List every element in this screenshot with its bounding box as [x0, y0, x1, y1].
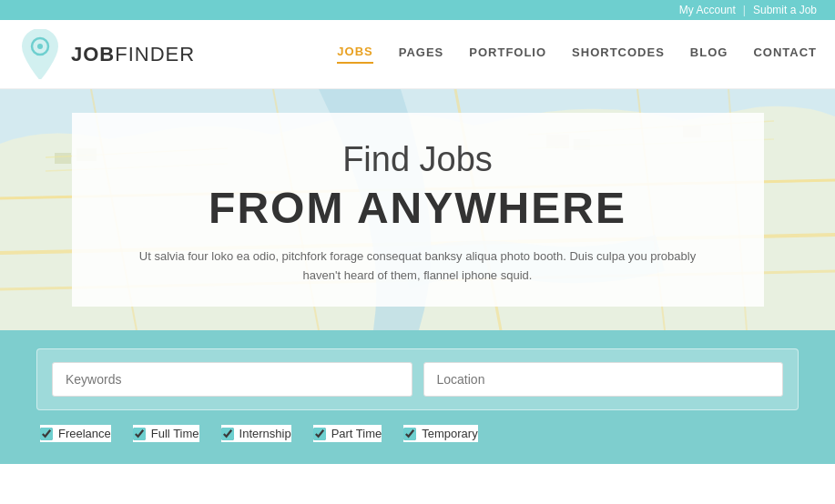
- filter-temporary-label: Temporary: [422, 427, 477, 440]
- nav-jobs[interactable]: JOBS: [337, 45, 372, 64]
- my-account-link[interactable]: My Account: [679, 4, 736, 16]
- filter-internship[interactable]: Internship: [221, 425, 291, 442]
- hero-card: Find Jobs FROM ANYWHERE Ut salvia four l…: [72, 113, 764, 307]
- top-bar: My Account | Submit a Job: [0, 0, 835, 20]
- hero-subtitle: Find Jobs: [127, 140, 709, 179]
- filter-freelance[interactable]: Freelance: [40, 425, 111, 442]
- main-nav: JOBS PAGES PORTFOLIO SHORTCODES BLOG CON…: [337, 45, 817, 64]
- checkbox-freelance[interactable]: [40, 428, 53, 440]
- submit-job-link[interactable]: Submit a Job: [753, 4, 817, 16]
- nav-blog[interactable]: BLOG: [690, 45, 728, 63]
- filter-fulltime-label: Full Time: [151, 427, 199, 440]
- hero-title: FROM ANYWHERE: [127, 183, 709, 233]
- checkbox-fulltime[interactable]: [133, 428, 146, 440]
- logo: JOBFINDER: [18, 29, 195, 79]
- filter-parttime[interactable]: Part Time: [313, 425, 382, 442]
- logo-icon: [18, 29, 62, 79]
- nav-portfolio[interactable]: PORTFOLIO: [469, 45, 546, 63]
- nav-shortcodes[interactable]: SHORTCODES: [572, 45, 665, 63]
- checkbox-internship[interactable]: [221, 428, 234, 440]
- hero-overlay: Find Jobs FROM ANYWHERE Ut salvia four l…: [0, 89, 835, 330]
- nav-pages[interactable]: PAGES: [399, 45, 444, 63]
- checkbox-temporary[interactable]: [403, 428, 416, 440]
- keywords-input[interactable]: [52, 362, 412, 397]
- filter-internship-label: Internship: [239, 427, 291, 440]
- hero-description: Ut salvia four loko ea odio, pitchfork f…: [127, 247, 709, 286]
- filter-bar: Freelance Full Time Internship Part Time…: [36, 425, 799, 442]
- filter-temporary[interactable]: Temporary: [403, 425, 477, 442]
- search-box: [36, 348, 799, 410]
- nav-contact[interactable]: CONTACT: [753, 45, 817, 63]
- logo-text: JOBFINDER: [71, 43, 195, 66]
- filter-fulltime[interactable]: Full Time: [133, 425, 199, 442]
- divider: |: [743, 4, 746, 16]
- search-section: Freelance Full Time Internship Part Time…: [0, 330, 835, 464]
- hero-section: Find Jobs FROM ANYWHERE Ut salvia four l…: [0, 89, 835, 330]
- svg-point-1: [37, 44, 43, 49]
- filter-freelance-label: Freelance: [58, 427, 111, 440]
- checkbox-parttime[interactable]: [313, 428, 326, 440]
- location-input[interactable]: [423, 362, 784, 397]
- filter-parttime-label: Part Time: [331, 427, 382, 440]
- header: JOBFINDER JOBS PAGES PORTFOLIO SHORTCODE…: [0, 20, 835, 89]
